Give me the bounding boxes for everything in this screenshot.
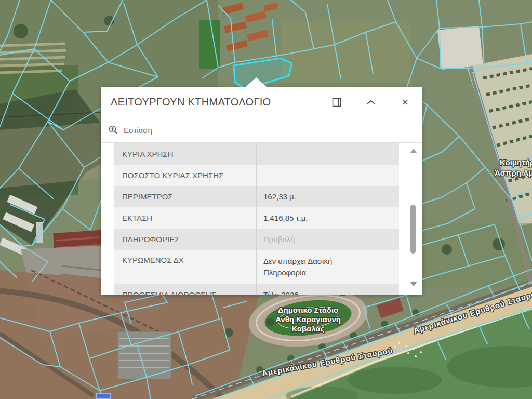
- scroll-up-arrow-icon[interactable]: [410, 149, 417, 153]
- row-value: Δεν υπάρχει Δασική Πληροφορία: [263, 256, 357, 278]
- row-label: ΚΥΡΩΜΕΝΟΣ ΔΧ: [114, 250, 256, 264]
- stadium-label: Καβαλας: [291, 324, 324, 333]
- attribute-table: ΚΥΡΙΑ ΧΡΗΣΗ ΠΟΣΟΣΤΟ ΚΥΡΙΑΣ ΧΡΗΣΗΣ ΠΕΡΙΜΕ…: [101, 143, 422, 295]
- close-icon[interactable]: ×: [399, 96, 411, 109]
- scrollbar-thumb[interactable]: [410, 205, 416, 254]
- view-link[interactable]: Προβολή: [263, 235, 295, 244]
- row-label: ΚΥΡΙΑ ΧΡΗΣΗ: [114, 150, 256, 158]
- dock-icon[interactable]: [330, 96, 343, 109]
- row-value: Τέλη 2026: [263, 290, 299, 295]
- magnifier-plus-icon: [108, 125, 118, 135]
- popup-scrollbar[interactable]: [409, 147, 417, 291]
- popup-header: ΛΕΙΤΟΥΡΓΟΥΝ ΚΤΗΜΑΤΟΛΟΓΙΟ ×: [101, 87, 422, 117]
- table-row: ΚΥΡΩΜΕΝΟΣ ΔΧ Δεν υπάρχει Δασική Πληροφορ…: [114, 250, 399, 284]
- popup-title: ΛΕΙΤΟΥΡΓΟΥΝ ΚΤΗΜΑΤΟΛΟΓΙΟ: [111, 96, 309, 108]
- table-row: ΠΡΟΘΕΣΜΙΑ ΔΙΟΡΘΩΣΗΣ Τέλη 2026: [114, 284, 399, 295]
- row-label: ΠΡΟΘΕΣΜΙΑ ΔΙΟΡΘΩΣΗΣ: [114, 290, 256, 295]
- zoom-action-label: Εστίαση: [124, 126, 152, 135]
- stadium-label: Ανθη Καραγιαννη: [275, 315, 341, 324]
- stadium-label: Δημοτικό Στάδιο: [278, 305, 339, 314]
- cemetery-label: Κοιμητήρια: [500, 158, 532, 167]
- row-label: ΠΛΗΡΟΦΟΡΙΕΣ: [114, 235, 256, 244]
- popup-callout-arrow: [245, 77, 267, 87]
- row-label: ΠΕΡΙΜΕΤΡΟΣ: [114, 192, 256, 201]
- chevron-up-icon[interactable]: [365, 96, 377, 109]
- cemetery-label: Άσπρη Αμ: [495, 168, 532, 177]
- scroll-down-arrow-icon[interactable]: [410, 282, 417, 286]
- table-row: ΕΚΤΑΣΗ 1.416,85 τ.μ.: [114, 207, 399, 229]
- zoom-to-feature-action[interactable]: Εστίαση: [101, 117, 422, 143]
- table-row: ΚΥΡΙΑ ΧΡΗΣΗ: [114, 143, 399, 165]
- row-label: ΕΚΤΑΣΗ: [114, 214, 256, 222]
- table-row: ΠΟΣΟΣΤΟ ΚΥΡΙΑΣ ΧΡΗΣΗΣ: [114, 165, 399, 186]
- map-control-fragment: [96, 393, 111, 399]
- feature-popup: ΛΕΙΤΟΥΡΓΟΥΝ ΚΤΗΜΑΤΟΛΟΓΙΟ × Εστίαση: [101, 87, 422, 295]
- row-label: ΠΟΣΟΣΤΟ ΚΥΡΙΑΣ ΧΡΗΣΗΣ: [114, 171, 256, 180]
- row-value: 1.416,85 τ.μ.: [263, 214, 308, 222]
- table-row: ΠΛΗΡΟΦΟΡΙΕΣ Προβολή: [114, 229, 399, 250]
- row-value: 162,33 μ.: [263, 192, 296, 201]
- table-row: ΠΕΡΙΜΕΤΡΟΣ 162,33 μ.: [114, 186, 399, 207]
